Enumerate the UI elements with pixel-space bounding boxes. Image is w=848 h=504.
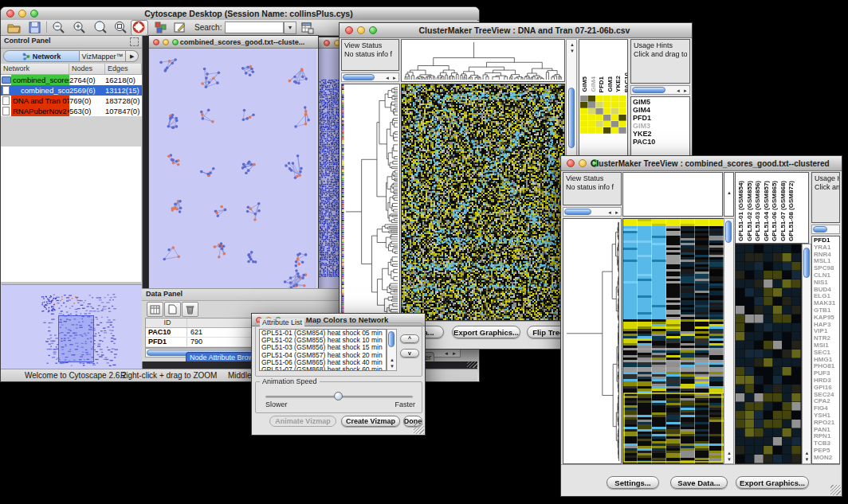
export-graphics-button[interactable]: Export Graphics... — [452, 326, 520, 338]
column-dendrogram-panel[interactable] — [401, 39, 565, 82]
attribute-list-vscrollbar[interactable]: ▲ ▼ — [387, 329, 397, 371]
animation-speed-slider[interactable] — [265, 396, 413, 398]
tab-network[interactable]: Network — [3, 50, 80, 62]
column-nodes[interactable]: Nodes — [69, 64, 105, 74]
row-dendrogram-panel[interactable] — [341, 84, 400, 321]
gene-list-item[interactable]: MON2 — [814, 455, 839, 462]
import-table-icon[interactable] — [300, 21, 314, 34]
attribute-item[interactable]: GPL51-07 (GSM868) heat shock 60 min — [261, 366, 386, 371]
row-dendrogram-panel[interactable] — [563, 218, 622, 464]
scroll-left-icon[interactable]: ◄ — [676, 88, 681, 93]
main-titlebar[interactable]: Cytoscape Desktop (Session Name: collins… — [1, 7, 479, 21]
annotation-icon[interactable] — [173, 21, 186, 34]
scroll-left-icon[interactable]: ◄ — [607, 210, 612, 215]
delete-attribute-icon[interactable] — [182, 302, 198, 317]
scroll-down-icon[interactable]: ▼ — [570, 49, 575, 53]
column-network[interactable]: Network — [1, 64, 69, 74]
close-icon[interactable] — [324, 40, 330, 46]
scroll-right-icon[interactable]: ► — [683, 88, 688, 93]
scroll-left-icon[interactable]: ◄ — [444, 351, 449, 356]
heatmap-panel[interactable] — [622, 218, 724, 464]
animate-vizmap-button[interactable]: Animate Vizmap — [269, 416, 336, 427]
network-table-row[interactable]: DNA and Tran 07 769(0) 183728(0) — [1, 96, 142, 106]
zoom-in-icon[interactable] — [73, 21, 86, 34]
move-up-button[interactable]: ^ — [400, 334, 419, 343]
column-dendrogram-panel[interactable] — [622, 172, 723, 217]
close-icon[interactable] — [567, 159, 575, 167]
detail-heatmap-panel[interactable] — [735, 244, 802, 464]
close-icon[interactable] — [6, 10, 14, 18]
zoom-selected-icon[interactable] — [114, 21, 128, 34]
heatmap-panel[interactable] — [401, 84, 565, 321]
treeview1-titlebar[interactable]: ClusterMaker TreeView : DNA and Tran 07-… — [340, 23, 692, 38]
scroll-up-icon[interactable]: ▲ — [727, 451, 732, 455]
scroll-right-icon[interactable]: ► — [452, 351, 457, 356]
resize-grip[interactable] — [414, 424, 424, 434]
settings-button[interactable]: Settings... — [607, 476, 659, 489]
tv1-matrix[interactable] — [580, 96, 626, 134]
save-icon[interactable] — [28, 21, 41, 34]
scroll-up-icon[interactable]: ▲ — [570, 42, 575, 47]
gene-list-item[interactable]: GIM5 — [633, 98, 689, 106]
close-icon[interactable] — [153, 39, 159, 45]
zoom-fit-icon[interactable] — [93, 21, 107, 34]
attribute-list[interactable]: GPL51-01 (GSM854) heat shock 05 minGPL51… — [259, 329, 387, 371]
scroll-down-icon[interactable]: ▼ — [390, 364, 395, 369]
slider-thumb[interactable] — [334, 392, 343, 400]
tv1-right-hscrollbar[interactable]: ◄ ► — [630, 85, 690, 95]
vizmapper-icon[interactable] — [154, 21, 167, 34]
scroll-up-icon[interactable]: ▲ — [390, 357, 395, 362]
treeview2-window: ClusterMaker TreeView : combined_scores_… — [560, 155, 842, 497]
control-panel: Control Panel Network VizMapper™ ▶ Netwo… — [1, 36, 143, 375]
scroll-down-icon[interactable]: ▼ — [727, 457, 732, 462]
scroll-up-icon[interactable]: ▲ — [805, 451, 810, 455]
network-table-row[interactable]: RNAPuberNov2+N 563(0) 107847(0) — [1, 106, 142, 116]
network-canvas[interactable] — [149, 49, 316, 295]
scroll-down-icon[interactable]: ▼ — [805, 457, 810, 462]
gene-list-item[interactable]: GIM4 — [633, 106, 689, 114]
tv2-heatmap-vscrollbar[interactable]: ▲ ▼ — [724, 218, 734, 464]
open-file-icon[interactable] — [7, 21, 21, 34]
tv2-detail-vscrollbar[interactable]: ▲ ▼ — [802, 244, 811, 464]
view-status-panel: View Status No status info f — [341, 39, 399, 71]
new-attribute-icon[interactable] — [164, 302, 181, 317]
network-table-row[interactable]: combined_sco 2569(6) 13112(15) — [1, 85, 142, 96]
resize-grip[interactable] — [830, 485, 841, 495]
tv2-right-hscrollbar[interactable] — [811, 225, 840, 234]
search-input[interactable] — [225, 21, 284, 33]
gene-list-item[interactable]: PAC10 — [633, 138, 689, 146]
network-table-row[interactable]: combined_scores 2764(0) 16218(0) — [1, 75, 142, 85]
tv2-left-hscrollbar[interactable]: ◄ ► — [563, 207, 622, 217]
usage-hints-info: Click and — [815, 183, 837, 192]
gene-list[interactable]: PFD1YRA1RNR4MSL1SPC98CLN1NIS1BUD4ELG1MAK… — [811, 236, 840, 464]
id-column[interactable]: ID — [146, 318, 187, 327]
float-panel-icon[interactable] — [130, 37, 139, 46]
scroll-up-icon[interactable]: ▲ — [727, 190, 732, 195]
export-graphics-button[interactable]: Export Graphics... — [736, 476, 809, 489]
tabs-overflow-button[interactable]: ▶ — [126, 50, 139, 62]
gene-list-item[interactable]: PFD1 — [633, 114, 689, 122]
minimize-icon[interactable] — [163, 39, 169, 45]
scroll-right-icon[interactable]: ► — [392, 76, 397, 80]
tv1-left-hscrollbar[interactable]: ◄ ► — [341, 72, 399, 82]
scroll-left-icon[interactable]: ◄ — [385, 76, 390, 80]
save-data-button[interactable]: Save Data... — [670, 476, 728, 489]
move-down-button[interactable]: v — [400, 349, 419, 357]
zoom-out-icon[interactable] — [52, 21, 65, 34]
network-nodes-count: 2764(0) — [69, 75, 105, 85]
faster-label: Faster — [395, 400, 415, 408]
birdseye-view[interactable] — [2, 284, 142, 375]
scroll-right-icon[interactable]: ► — [614, 210, 619, 215]
close-icon[interactable] — [345, 26, 353, 34]
help-icon[interactable] — [131, 20, 148, 36]
gene-list-item[interactable]: GIM3 — [633, 122, 689, 130]
column-edges[interactable]: Edges — [105, 64, 142, 74]
treeview2-titlebar[interactable]: ClusterMaker TreeView : combined_scores_… — [561, 156, 842, 171]
viewport-rectangle[interactable] — [58, 315, 94, 362]
tab-vizmapper[interactable]: VizMapper™ — [80, 50, 126, 62]
select-attributes-icon[interactable] — [147, 302, 163, 317]
network-window-titlebar[interactable]: combined_scores_good.txt--cluste... — [149, 36, 318, 49]
create-vizmap-button[interactable]: Create Vizmap — [341, 416, 400, 427]
search-dropdown-button[interactable]: ▼ — [284, 21, 296, 34]
gene-list-item[interactable]: YKE2 — [633, 130, 689, 138]
